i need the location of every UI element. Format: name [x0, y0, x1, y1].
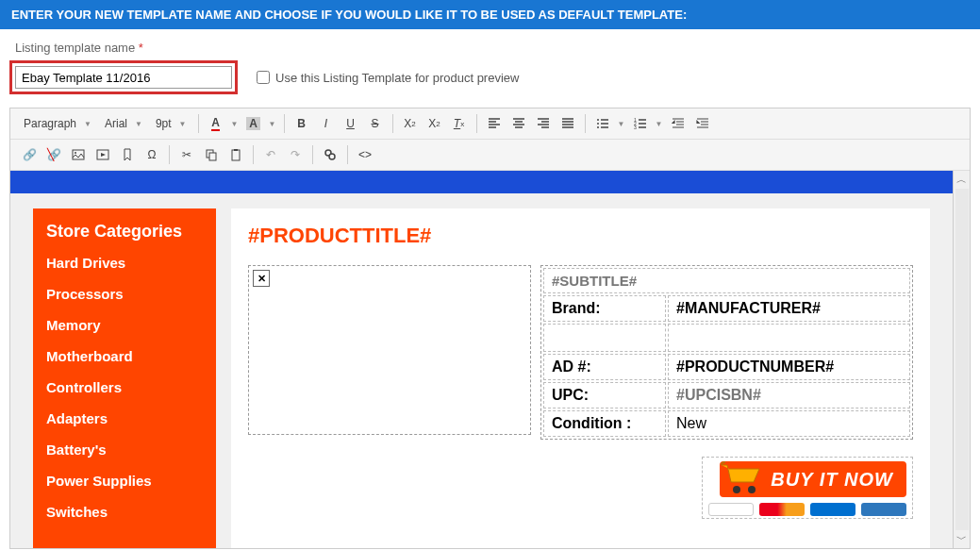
- subtitle-placeholder: #SUBTITLE#: [543, 268, 910, 293]
- bullet-list-button[interactable]: [591, 112, 614, 135]
- template-name-highlight: [9, 60, 238, 94]
- redo-button[interactable]: ↷: [284, 143, 307, 166]
- sidebar-item[interactable]: Power Supplies: [46, 473, 203, 489]
- font-select[interactable]: Arial▼: [99, 115, 148, 132]
- align-center-button[interactable]: [507, 112, 530, 135]
- cut-button[interactable]: ✂: [175, 143, 198, 166]
- svg-point-7: [75, 152, 76, 154]
- required-mark: *: [139, 41, 143, 55]
- sidebar-item[interactable]: Battery's: [46, 442, 203, 458]
- svg-point-14: [329, 154, 335, 159]
- link-button[interactable]: 🔗: [18, 143, 41, 166]
- bold-button[interactable]: B: [291, 112, 313, 135]
- template-header-bar: [10, 171, 953, 193]
- detail-value: #PRODUCTNUMBER#: [668, 354, 910, 380]
- svg-text:3: 3: [634, 125, 637, 130]
- scroll-down-icon[interactable]: ﹀: [956, 532, 967, 546]
- product-image-placeholder: ✕: [248, 265, 531, 435]
- svg-point-15: [733, 486, 740, 493]
- underline-button[interactable]: U: [340, 112, 362, 135]
- align-right-button[interactable]: [532, 112, 555, 135]
- fontsize-select[interactable]: 9pt▼: [150, 115, 192, 132]
- editor-scrollbar[interactable]: ︿ ﹀: [953, 171, 970, 548]
- sidebar-item[interactable]: Controllers: [46, 379, 203, 395]
- svg-rect-12: [234, 149, 238, 151]
- svg-rect-11: [232, 150, 240, 160]
- cart-icon: [716, 452, 765, 501]
- chevron-down-icon: ▼: [84, 120, 91, 128]
- sidebar-item[interactable]: Motherboard: [46, 348, 203, 364]
- unlink-button[interactable]: 🔗╲: [42, 143, 65, 166]
- clear-format-button[interactable]: Tx: [448, 112, 471, 135]
- bg-color-dropdown[interactable]: ▼: [267, 112, 278, 135]
- detail-label: AD #:: [543, 354, 666, 380]
- detail-value: New: [668, 410, 910, 437]
- default-template-checkbox[interactable]: [257, 71, 270, 84]
- subscript-button[interactable]: X2: [399, 112, 422, 135]
- editor-toolbar-row-1: Paragraph▼ Arial▼ 9pt▼ A▼ A▼ B I U S X2 …: [10, 108, 970, 140]
- sidebar-item[interactable]: Hard Drives: [46, 255, 203, 271]
- svg-point-0: [597, 119, 599, 121]
- find-replace-button[interactable]: [319, 143, 341, 166]
- detail-value: #UPCISBN#: [668, 382, 910, 408]
- source-code-button[interactable]: <>: [354, 143, 376, 166]
- paragraph-select[interactable]: Paragraph▼: [18, 115, 97, 132]
- sidebar-item[interactable]: Processors: [46, 286, 203, 302]
- default-template-checkbox-wrap[interactable]: Use this Listing Template for product pr…: [257, 71, 519, 85]
- template-name-input[interactable]: [15, 66, 232, 89]
- bg-color-button[interactable]: A: [242, 112, 265, 135]
- broken-image-icon: ✕: [253, 270, 270, 287]
- svg-point-16: [748, 486, 756, 493]
- template-main-panel: #PRODUCTTITLE# ✕ #SUBTITLE# Brand:#MANUF…: [231, 208, 930, 548]
- detail-value: #MANUFACTURER#: [668, 295, 910, 322]
- buy-it-now-button[interactable]: BUY IT NOW: [720, 461, 906, 497]
- sidebar-title: Store Categories: [46, 222, 203, 242]
- text-color-dropdown[interactable]: ▼: [229, 112, 241, 135]
- copy-button[interactable]: [200, 143, 223, 166]
- buy-button-label: BUY IT NOW: [771, 469, 893, 491]
- svg-point-2: [597, 126, 599, 128]
- sidebar-item[interactable]: Switches: [46, 504, 203, 520]
- align-justify-button[interactable]: [556, 112, 579, 135]
- default-template-checkbox-label: Use this Listing Template for product pr…: [275, 71, 519, 85]
- paste-button[interactable]: [224, 143, 247, 166]
- detail-label: Brand:: [543, 295, 666, 322]
- scroll-up-icon[interactable]: ︿: [956, 173, 967, 187]
- align-left-button[interactable]: [483, 112, 506, 135]
- page-banner: ENTER YOUR NEW TEMPLATE NAME AND CHOOSE …: [0, 0, 980, 29]
- chevron-down-icon: ▼: [179, 120, 187, 128]
- svg-rect-10: [209, 153, 216, 160]
- text-color-button[interactable]: A: [205, 112, 227, 135]
- template-name-label: Listing template name *: [15, 41, 143, 55]
- store-categories-sidebar: Store Categories Hard Drives Processors …: [33, 208, 216, 548]
- undo-button[interactable]: ↶: [259, 143, 282, 166]
- svg-point-1: [597, 123, 599, 125]
- number-list-button[interactable]: 123: [629, 112, 652, 135]
- italic-button[interactable]: I: [315, 112, 338, 135]
- indent-button[interactable]: [691, 112, 714, 135]
- rich-text-editor: Paragraph▼ Arial▼ 9pt▼ A▼ A▼ B I U S X2 …: [9, 108, 971, 549]
- bullet-list-dropdown[interactable]: ▼: [616, 112, 627, 135]
- payment-icons: [708, 503, 906, 516]
- strikethrough-button[interactable]: S: [364, 112, 387, 135]
- editor-canvas[interactable]: Store Categories Hard Drives Processors …: [10, 171, 953, 548]
- chevron-down-icon: ▼: [135, 120, 142, 128]
- product-title-placeholder: #PRODUCTTITLE#: [248, 224, 913, 248]
- outdent-button[interactable]: [667, 112, 689, 135]
- editor-toolbar-row-2: 🔗 🔗╲ Ω ✂ ↶ ↷ <>: [10, 140, 970, 171]
- detail-label: UPC:: [543, 382, 666, 408]
- sidebar-item[interactable]: Memory: [46, 317, 203, 333]
- product-details-table: #SUBTITLE# Brand:#MANUFACTURER# AD #:#PR…: [540, 265, 913, 440]
- sidebar-item[interactable]: Adapters: [46, 410, 203, 426]
- detail-label: Condition :: [543, 410, 666, 437]
- image-button[interactable]: [67, 143, 90, 166]
- number-list-dropdown[interactable]: ▼: [654, 112, 665, 135]
- bookmark-button[interactable]: [116, 143, 139, 166]
- superscript-button[interactable]: X2: [424, 112, 446, 135]
- special-char-button[interactable]: Ω: [141, 143, 163, 166]
- media-button[interactable]: [91, 143, 114, 166]
